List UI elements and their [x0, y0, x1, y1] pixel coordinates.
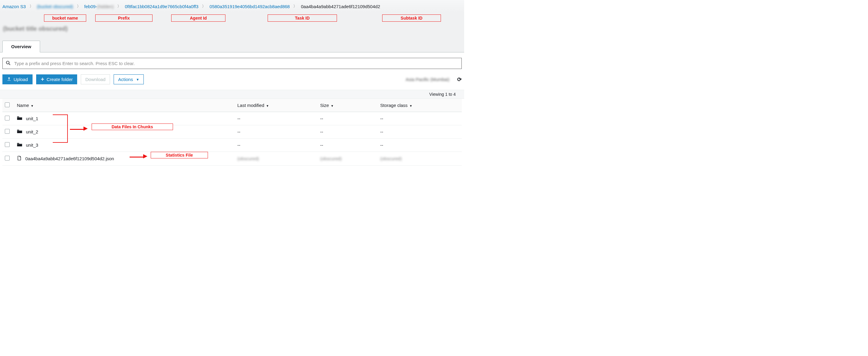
breadcrumb-prefix[interactable]: feb09-(hidden): [84, 4, 114, 9]
breadcrumb-bucket[interactable]: (bucket obscured): [37, 4, 73, 9]
folder-icon: [17, 142, 22, 148]
tab-overview[interactable]: Overview: [2, 41, 40, 53]
row-checkbox[interactable]: [5, 116, 10, 121]
cell-size: --: [318, 125, 378, 138]
cell-storage-class: --: [378, 138, 462, 152]
table-row[interactable]: unit_3------: [2, 138, 462, 152]
upload-label: Upload: [13, 77, 28, 82]
chevron-right-icon: 〉: [293, 4, 297, 9]
table-row[interactable]: 0aa4ba4a9abb4271ade6f12109d504d2.json(ob…: [2, 152, 462, 166]
upload-icon: [7, 77, 11, 82]
chevron-right-icon: 〉: [117, 4, 121, 9]
row-checkbox[interactable]: [5, 156, 10, 161]
annotation-bucket: bucket name: [44, 14, 86, 22]
cell-size: --: [318, 138, 378, 152]
cell-last-modified: --: [235, 138, 318, 152]
upload-button[interactable]: Upload: [2, 74, 33, 84]
folder-icon: [17, 116, 22, 121]
actions-button[interactable]: Actions ▼: [114, 74, 144, 84]
plus-icon: [41, 77, 44, 82]
cell-size: (obscured): [318, 152, 378, 166]
annotation-agent: Agent Id: [171, 14, 225, 22]
breadcrumb-task-id[interactable]: 0580a351919e4056bd1492acb8aed868: [210, 4, 290, 9]
breadcrumb: Amazon S3 〉 (bucket obscured) 〉 feb09-(h…: [0, 0, 464, 13]
region-label: Asia Pacific (Mumbai): [406, 77, 450, 82]
breadcrumb-agent-id[interactable]: 0f8fac1bb0824a1d9e7665cb0f4a0ff3: [125, 4, 198, 9]
file-icon: [17, 155, 22, 162]
page-title: (bucket title obscured): [3, 25, 67, 32]
annotation-data-chunks: Data Files In Chunks: [92, 124, 173, 130]
column-last-modified[interactable]: Last modified ▼: [235, 99, 318, 112]
create-folder-label: Create folder: [47, 77, 73, 82]
sort-icon: ▼: [30, 104, 34, 107]
cell-storage-class: --: [378, 125, 462, 138]
actions-label: Actions: [118, 77, 133, 82]
create-folder-button[interactable]: Create folder: [36, 74, 78, 84]
tabs: Overview: [0, 41, 464, 53]
cell-storage-class: --: [378, 112, 462, 125]
breadcrumb-subtask-id: 0aa4ba4a9abb4271ade6f12109d504d2: [301, 4, 380, 9]
folder-icon: [17, 129, 22, 135]
cell-last-modified: --: [235, 112, 318, 125]
column-storage-class[interactable]: Storage class ▼: [378, 99, 462, 112]
cell-storage-class: (obscured): [378, 152, 462, 166]
download-button: Download: [81, 74, 110, 84]
search-input[interactable]: [14, 61, 458, 66]
search-bar: [2, 58, 462, 69]
annotation-statistics-file: Statistics File: [151, 152, 208, 158]
cell-last-modified: --: [235, 125, 318, 138]
sort-icon: ▼: [265, 104, 269, 107]
chevron-right-icon: 〉: [30, 4, 33, 9]
column-size[interactable]: Size ▼: [318, 99, 378, 112]
column-name[interactable]: Name ▼: [14, 99, 235, 112]
annotation-row: bucket name Prefix Agent Id Task ID Subt…: [0, 13, 464, 25]
row-checkbox[interactable]: [5, 142, 10, 147]
cell-last-modified: (obscured): [235, 152, 318, 166]
table-row[interactable]: unit_1------: [2, 112, 462, 125]
sort-icon: ▼: [408, 104, 412, 107]
chevron-right-icon: 〉: [202, 4, 206, 9]
svg-point-0: [6, 61, 9, 64]
breadcrumb-prefix-hidden: (hidden): [97, 4, 114, 9]
object-table: Name ▼ Last modified ▼ Size ▼ Storage cl…: [2, 99, 462, 166]
annotation-bracket: [53, 115, 68, 143]
object-name[interactable]: unit_2: [26, 129, 38, 134]
select-all-checkbox[interactable]: [5, 102, 10, 107]
object-name[interactable]: 0aa4ba4a9abb4271ade6f12109d504d2.json: [25, 156, 114, 161]
svg-line-1: [9, 64, 10, 65]
annotation-arrow: [130, 154, 147, 158]
viewing-count: Viewing 1 to 4: [0, 90, 464, 99]
chevron-down-icon: ▼: [136, 78, 139, 81]
chevron-right-icon: 〉: [77, 4, 81, 9]
annotation-prefix: Prefix: [95, 14, 153, 22]
refresh-icon[interactable]: ⟳: [457, 76, 462, 83]
row-checkbox[interactable]: [5, 129, 10, 134]
breadcrumb-prefix-visible: feb09-: [84, 4, 97, 9]
annotation-task: Task ID: [268, 14, 337, 22]
cell-size: --: [318, 112, 378, 125]
search-icon: [6, 61, 10, 66]
annotation-arrow: [70, 126, 88, 131]
annotation-subtask: Subtask ID: [382, 14, 441, 22]
object-name[interactable]: unit_1: [26, 116, 38, 121]
object-name[interactable]: unit_3: [26, 142, 38, 148]
sort-icon: ▼: [330, 104, 334, 107]
breadcrumb-root[interactable]: Amazon S3: [2, 4, 26, 9]
toolbar: Upload Create folder Download Actions ▼ …: [0, 74, 464, 90]
